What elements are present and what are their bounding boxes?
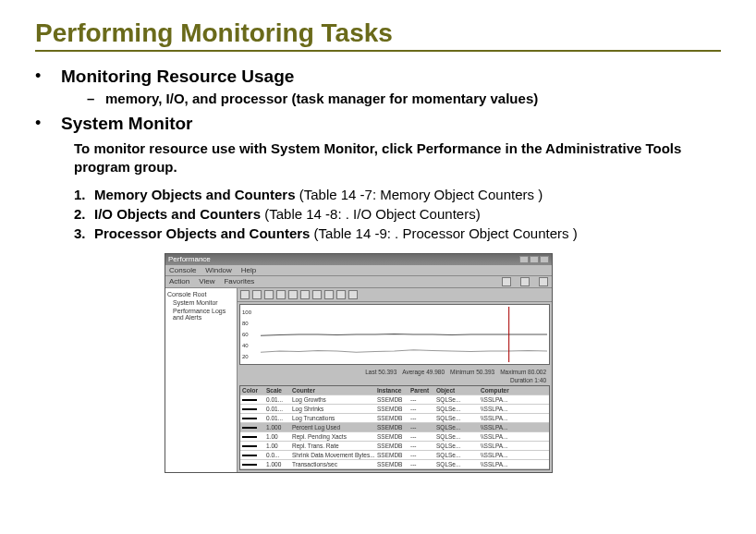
bullet-2-text: System Monitor: [61, 114, 193, 134]
y-axis-ticks: 100 80 60 40 20: [242, 307, 251, 362]
toolbar-icon[interactable]: [324, 290, 334, 299]
legend-header: Color Scale Counter Instance Parent Obje…: [240, 386, 549, 395]
system-monitor-desc: To monitor resource use with System Moni…: [74, 140, 684, 177]
tree-item[interactable]: System Monitor: [167, 298, 235, 307]
num-item-2-rest: (Table 14 -8: . I/O Object Counters): [261, 206, 481, 222]
num-item-1-strong: Memory Objects and Counters: [94, 187, 296, 202]
bullet-1-sub-1: – memory, I/O, and processor (task manag…: [87, 91, 721, 106]
bullet-dot: •: [35, 114, 61, 133]
toolbar-icon[interactable]: [276, 290, 286, 299]
maximize-button[interactable]: [530, 256, 539, 263]
toolbar-icon[interactable]: [502, 277, 511, 286]
tree-pane[interactable]: Console Root System Monitor Performance …: [165, 288, 238, 472]
num-index: 2.: [74, 206, 94, 222]
close-button[interactable]: [540, 256, 549, 263]
bullet-1-sub-1-text: memory, I/O, and processor (task manager…: [105, 91, 538, 106]
numbered-list: 1. Memory Objects and Counters (Table 14…: [74, 187, 721, 242]
menu-help[interactable]: Help: [241, 266, 256, 274]
bullet-2: • System Monitor: [35, 114, 721, 134]
toolbar-icon[interactable]: [539, 277, 548, 286]
legend-row[interactable]: 1.000Percent Log UsedSSEMDB---SQLSe...\\…: [240, 423, 549, 432]
bullet-dot: •: [35, 67, 61, 86]
window-titlebar: Performance: [165, 254, 552, 265]
legend-row[interactable]: 0.01...Log TruncationsSSEMDB---SQLSe...\…: [240, 414, 549, 423]
submenu-bar: Action View Favorites: [165, 276, 552, 288]
delete-counter-icon[interactable]: [300, 290, 310, 299]
num-item-1-rest: (Table 14 -7: Memory Object Counters ): [296, 187, 543, 202]
bullet-1: • Monitoring Resource Usage: [35, 67, 721, 87]
menu-view[interactable]: View: [199, 277, 214, 286]
tree-item[interactable]: Performance Logs and Alerts: [167, 307, 235, 322]
chart-stats: Last 50.393 Average 49.980 Minimum 50.39…: [238, 367, 552, 377]
num-item-3-rest: (Table 14 -9: . Processor Object Counter…: [310, 225, 577, 241]
legend-row[interactable]: 0.01...Log GrowthsSSEMDB---SQLSe...\\SSL…: [240, 395, 549, 405]
bullet-1-text: Monitoring Resource Usage: [61, 67, 294, 87]
legend-row[interactable]: 1.00Repl. Trans. RateSSEMDB---SQLSe...\\…: [240, 442, 549, 451]
chart-plot: [261, 307, 547, 362]
toolbar-icon[interactable]: [240, 290, 250, 299]
toolbar-icon[interactable]: [336, 290, 346, 299]
menu-favorites[interactable]: Favorites: [224, 277, 254, 286]
legend-row[interactable]: 0.01...Log ShrinksSSEMDB---SQLSe...\\SSL…: [240, 405, 549, 414]
tree-item[interactable]: Console Root: [167, 290, 235, 298]
menu-bar: Console Window Help: [165, 265, 552, 276]
counter-legend: Color Scale Counter Instance Parent Obje…: [239, 385, 550, 470]
performance-window: Performance Console Window Help Action V…: [165, 253, 553, 473]
toolbar-icon[interactable]: [264, 290, 274, 299]
toolbar-icon[interactable]: [252, 290, 262, 299]
toolbar-icon[interactable]: [348, 290, 358, 299]
toolbar-icon[interactable]: [312, 290, 322, 299]
add-counter-icon[interactable]: [288, 290, 298, 299]
legend-row[interactable]: 1.000Transactions/secSSEMDB---SQLSe...\\…: [240, 460, 549, 469]
minimize-button[interactable]: [519, 256, 529, 263]
num-item-2-strong: I/O Objects and Counters: [94, 206, 261, 222]
line-chart: 100 80 60 40 20: [239, 304, 550, 365]
num-item-3: 3. Processor Objects and Counters (Table…: [74, 225, 721, 242]
num-item-2: 2. I/O Objects and Counters (Table 14 -8…: [74, 206, 721, 223]
menu-console[interactable]: Console: [169, 266, 196, 274]
num-index: 1.: [74, 187, 94, 202]
window-title-text: Performance: [168, 255, 211, 263]
num-index: 3.: [74, 225, 94, 241]
menu-window[interactable]: Window: [205, 266, 231, 274]
sub-dash: –: [87, 91, 105, 106]
title-rule: [35, 50, 721, 52]
legend-row[interactable]: 1.00Repl. Pending XactsSSEMDB---SQLSe...…: [240, 432, 549, 442]
chart-duration: Duration 1:40: [238, 377, 552, 385]
slide-title: Performing Monitoring Tasks: [35, 18, 721, 48]
legend-row[interactable]: 0.0...Shrink Data Movement Bytes...SSEMD…: [240, 451, 549, 460]
num-item-1: 1. Memory Objects and Counters (Table 14…: [74, 187, 721, 203]
menu-action[interactable]: Action: [169, 277, 189, 286]
num-item-3-strong: Processor Objects and Counters: [94, 225, 310, 241]
graph-zone: 100 80 60 40 20: [238, 288, 552, 472]
graph-toolbar: [238, 288, 552, 302]
toolbar-icon[interactable]: [520, 277, 530, 286]
